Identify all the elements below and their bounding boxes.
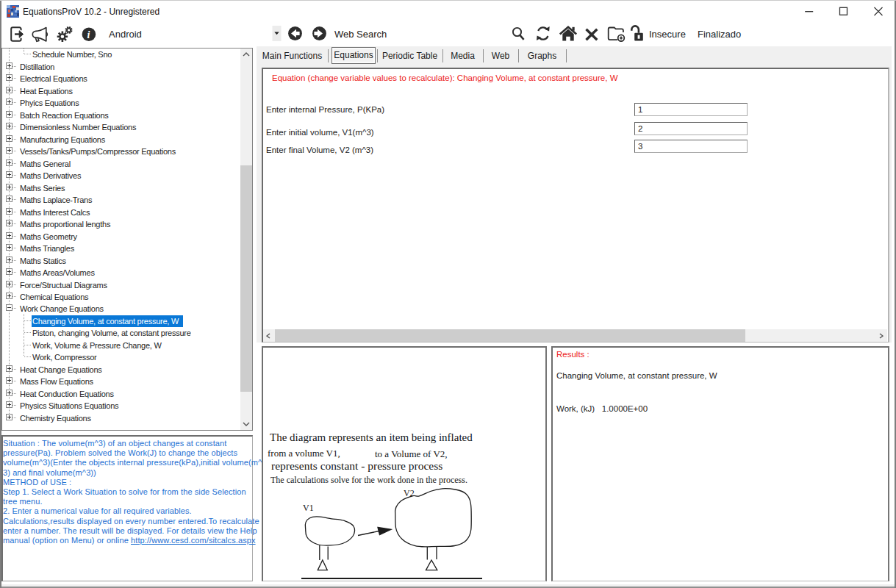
svg-text:i: i	[87, 29, 90, 40]
